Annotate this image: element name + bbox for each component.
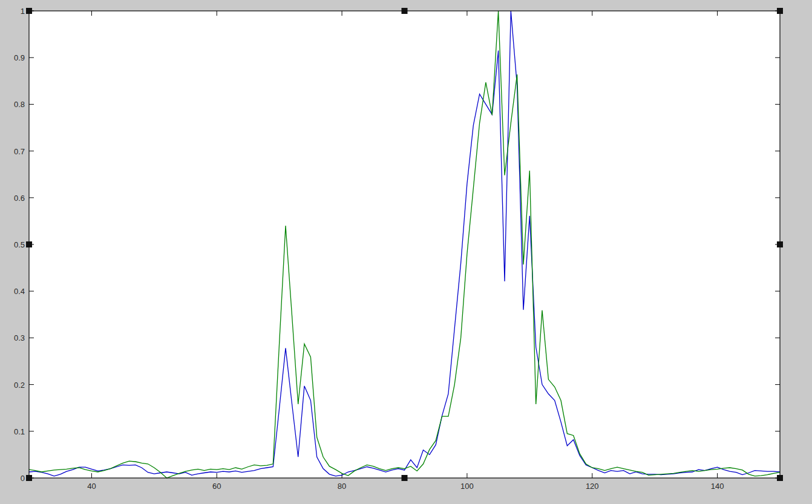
y-tick-label: 0.3: [14, 333, 25, 342]
x-tick-label: 60: [212, 482, 221, 491]
selection-resize-handle[interactable]: [777, 8, 783, 14]
selection-resize-handle[interactable]: [26, 475, 32, 481]
selection-resize-handle[interactable]: [402, 8, 408, 14]
x-tick-label: 80: [338, 482, 346, 491]
y-tick-label: 0.9: [14, 53, 25, 62]
selection-resize-handle[interactable]: [26, 241, 32, 247]
x-tick-label: 140: [711, 482, 724, 491]
y-tick-label: 0.5: [14, 240, 25, 249]
y-tick-label: 0.1: [14, 427, 25, 436]
y-tick-label: 1: [21, 7, 25, 16]
plot-area[interactable]: [29, 11, 780, 478]
axes-plot[interactable]: 40608010012014000.10.20.30.40.50.60.70.8…: [0, 0, 812, 504]
y-tick-label: 0.7: [14, 147, 25, 156]
selection-resize-handle[interactable]: [777, 475, 783, 481]
selection-resize-handle[interactable]: [777, 241, 783, 247]
selection-resize-handle[interactable]: [26, 8, 32, 14]
selection-resize-handle[interactable]: [402, 475, 408, 481]
matlab-figure-window: 40608010012014000.10.20.30.40.50.60.70.8…: [0, 0, 812, 504]
y-tick-label: 0.8: [14, 100, 25, 109]
x-tick-label: 100: [460, 482, 474, 491]
y-tick-label: 0.4: [14, 287, 25, 296]
y-tick-label: 0.6: [14, 194, 25, 203]
x-tick-label: 40: [87, 482, 96, 491]
y-tick-label: 0: [21, 474, 25, 483]
x-tick-label: 120: [586, 482, 599, 491]
y-tick-label: 0.2: [14, 381, 25, 390]
